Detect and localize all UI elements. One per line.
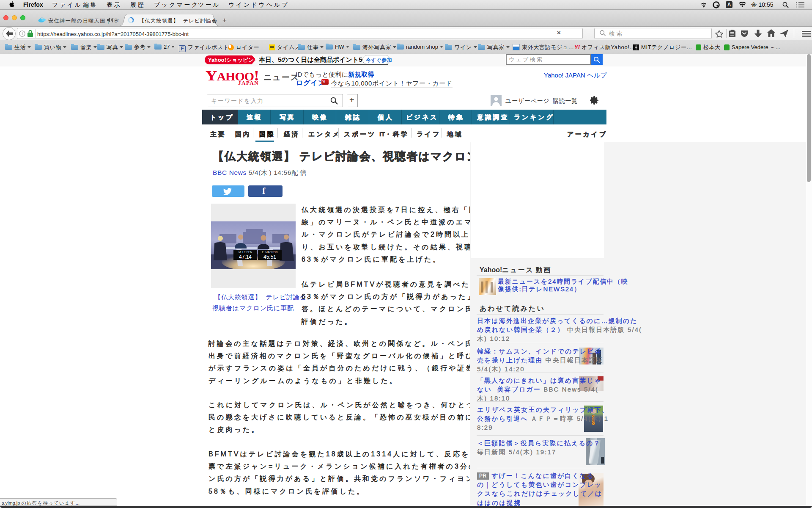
svg-text:47:14: 47:14	[239, 254, 252, 260]
svg-text:M. LE PEN: M. LE PEN	[239, 251, 252, 254]
svg-text:E. MACRON: E. MACRON	[262, 251, 278, 254]
svg-text:45:51: 45:51	[263, 254, 276, 260]
